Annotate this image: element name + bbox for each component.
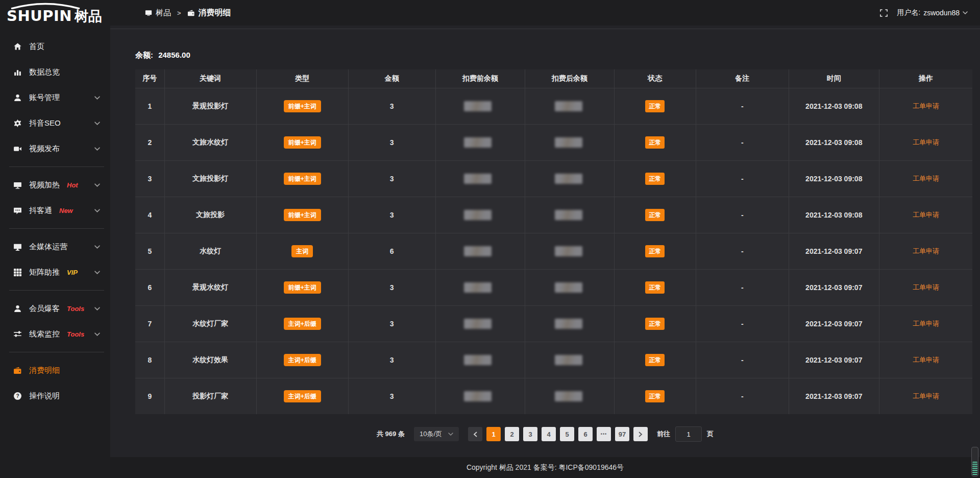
sidebar-item-all-media[interactable]: 全媒体运营 (0, 234, 110, 259)
work-order-link[interactable]: 工单申请 (913, 320, 939, 327)
status-badge: 正常 (645, 209, 665, 221)
masked-balance (464, 210, 492, 220)
logo-text-cn: 树品 (75, 7, 102, 26)
cell-remark: - (696, 378, 789, 415)
cell-index: 9 (135, 378, 164, 415)
cell-status: 正常 (614, 233, 696, 270)
cell-amount: 3 (348, 125, 435, 161)
work-order-link[interactable]: 工单申请 (913, 138, 939, 146)
table-row: 9投影灯厂家主词+后缀3正常-2021-12-03 09:07工单申请 (135, 378, 972, 415)
sidebar-item-douketong[interactable]: 抖客通New (0, 198, 110, 223)
video-icon (13, 145, 22, 153)
copyright-text: Copyright 树品 2021 备案号: 粤ICP备09019646号 (467, 463, 624, 472)
arrow-left-icon (473, 432, 477, 437)
column-header-remark: 备注 (696, 69, 789, 88)
cell-status: 正常 (614, 306, 696, 342)
sidebar-item-label: 全媒体运营 (29, 242, 67, 252)
work-order-link[interactable]: 工单申请 (913, 175, 939, 182)
column-header-type: 类型 (256, 69, 348, 88)
work-order-link[interactable]: 工单申请 (913, 247, 939, 255)
cell-keyword: 景观水纹灯 (164, 270, 256, 306)
cell-amount: 3 (348, 270, 435, 306)
page-button-2[interactable]: 2 (505, 427, 519, 441)
sidebar-item-video-heat[interactable]: 视频加热Hot (0, 172, 110, 198)
home-icon (13, 42, 22, 51)
type-badge: 主词+后缀 (284, 318, 321, 330)
balance: 余额: 24856.00 (135, 51, 980, 60)
sidebar-item-label: 账号管理 (29, 93, 60, 103)
scrollbar-widget[interactable] (971, 447, 978, 476)
sidebar-item-operation-guide[interactable]: ?操作说明 (0, 383, 110, 409)
cell-status: 正常 (614, 125, 696, 161)
page-size-select[interactable]: 10条/页 (414, 427, 459, 441)
page-button-97[interactable]: 97 (615, 427, 629, 441)
masked-balance (464, 174, 492, 184)
sidebar-item-account-management[interactable]: 账号管理 (0, 85, 110, 110)
cell-index: 8 (135, 342, 164, 378)
sidebar-item-video-publish[interactable]: 视频发布 (0, 136, 110, 161)
masked-balance (555, 174, 582, 184)
masked-balance (555, 210, 582, 220)
work-order-link[interactable]: 工单申请 (913, 356, 939, 364)
sidebar-item-douyin-seo[interactable]: 抖音SEO (0, 110, 110, 136)
work-order-link[interactable]: 工单申请 (913, 102, 939, 110)
sidebar-item-tag: Hot (67, 181, 78, 189)
cell-action: 工单申请 (879, 342, 972, 378)
prev-page-button[interactable] (468, 427, 482, 441)
chevron-down-icon (94, 332, 100, 336)
sidebar-item-clue-monitor[interactable]: 线索监控Tools (0, 321, 110, 347)
chevron-down-icon (448, 433, 453, 436)
cell-remark: - (696, 233, 789, 270)
next-page-button[interactable] (633, 427, 648, 441)
work-order-link[interactable]: 工单申请 (913, 211, 939, 219)
sidebar-item-consume-detail[interactable]: 消费明细 (0, 357, 110, 383)
cell-remark: - (696, 197, 789, 233)
cell-amount: 3 (348, 342, 435, 378)
page-button-5[interactable]: 5 (560, 427, 574, 441)
scrollbar-stripes (972, 462, 977, 475)
cell-type: 主词+后缀 (256, 342, 348, 378)
cell-balance-after (525, 88, 614, 125)
cell-balance-after (525, 306, 614, 342)
cell-time: 2021-12-03 09:07 (789, 378, 879, 415)
page-button-6[interactable]: 6 (578, 427, 593, 441)
cell-type: 前缀+主词 (256, 161, 348, 197)
work-order-link[interactable]: 工单申请 (913, 283, 939, 291)
cell-action: 工单申请 (879, 378, 972, 415)
status-badge: 正常 (645, 100, 665, 112)
monitor-icon (13, 243, 22, 251)
cell-action: 工单申请 (879, 161, 972, 197)
cell-balance-before (435, 161, 525, 197)
sidebar-item-home[interactable]: 首页 (0, 34, 110, 59)
cell-time: 2021-12-03 09:08 (789, 88, 879, 125)
chevron-down-icon (94, 96, 100, 100)
work-order-link[interactable]: 工单申请 (913, 392, 939, 400)
logo: SHUPIN 树品 (0, 0, 110, 30)
sidebar-item-data-overview[interactable]: 数据总览 (0, 59, 110, 85)
cell-keyword: 文旅投影 (164, 197, 256, 233)
page-ellipsis-button[interactable]: ••• (597, 427, 611, 441)
user-menu[interactable]: 用户名: zswodun88 (897, 8, 968, 17)
status-badge: 正常 (645, 281, 665, 294)
fullscreen-icon[interactable] (880, 9, 888, 17)
page-button-4[interactable]: 4 (542, 427, 556, 441)
user-icon (13, 93, 22, 102)
page-button-3[interactable]: 3 (523, 427, 537, 441)
cell-amount: 3 (348, 88, 435, 125)
chat-icon (13, 206, 22, 215)
breadcrumb-item-current[interactable]: 消费明细 (187, 8, 231, 18)
sidebar-item-member-baoke[interactable]: 会员爆客Tools (0, 296, 110, 321)
breadcrumb-item-home[interactable]: 树品 (145, 8, 171, 18)
goto-page-input[interactable] (675, 426, 702, 442)
sidebar-item-matrix-boost[interactable]: 矩阵助推VIP (0, 259, 110, 285)
cell-keyword: 投影灯厂家 (164, 378, 256, 415)
page-button-1[interactable]: 1 (486, 427, 501, 441)
table-header-row: 序号关键词类型金额扣费前余额扣费后余额状态备注时间操作 (135, 69, 972, 88)
type-badge: 前缀+主词 (284, 100, 321, 112)
cell-remark: - (696, 270, 789, 306)
cell-balance-after (525, 270, 614, 306)
sidebar-menu: 首页数据总览账号管理抖音SEO视频发布视频加热Hot抖客通New全媒体运营矩阵助… (0, 34, 110, 409)
cell-balance-before (435, 88, 525, 125)
balance-value: 24856.00 (158, 51, 190, 59)
breadcrumb-label: 树品 (156, 8, 171, 18)
